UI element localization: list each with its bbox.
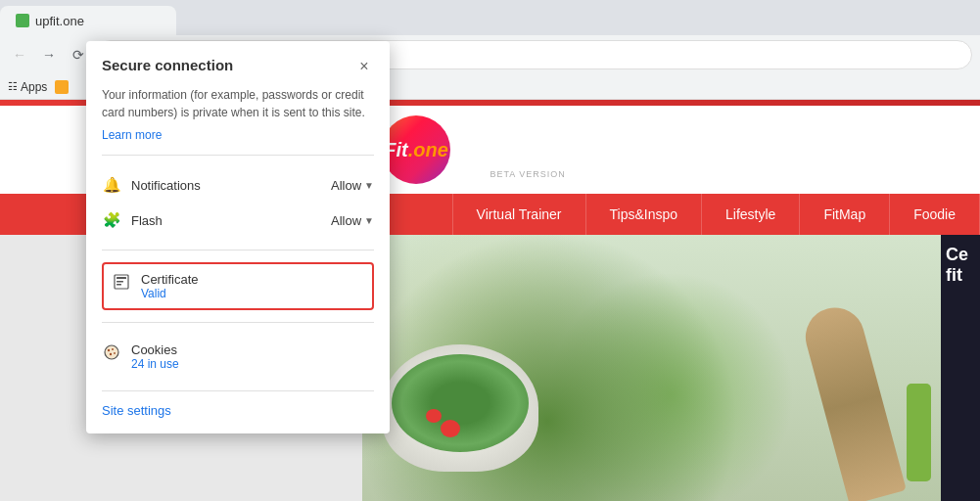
popup-divider-2 [102, 250, 374, 250]
nav-item-foodie[interactable]: Foodie [890, 194, 980, 235]
logo-one: .one [408, 139, 448, 160]
popup-divider-3 [102, 322, 374, 323]
salad-greens [392, 354, 529, 452]
certificate-label: Certificate [141, 272, 364, 287]
beta-text: BETA VERSION [490, 169, 566, 179]
cookies-info: Cookies 24 in use [131, 342, 374, 371]
hero-image: Ce fit [362, 235, 980, 501]
certificate-row[interactable]: Certificate Valid [102, 262, 374, 310]
dumbbell [907, 384, 931, 481]
notifications-dropdown-arrow: ▼ [364, 180, 374, 191]
certificate-status[interactable]: Valid [141, 287, 364, 300]
notifications-icon: 🔔 [102, 175, 121, 195]
site-settings-link[interactable]: Site settings [102, 403, 374, 418]
security-popup: Secure connection × Your information (fo… [86, 41, 390, 433]
svg-rect-1 [117, 277, 126, 279]
flash-row: 🧩 Flash Allow ▼ [102, 203, 374, 238]
apps-label: Apps [21, 80, 47, 94]
certificate-info: Certificate Valid [141, 272, 364, 300]
svg-point-6 [112, 348, 114, 350]
flash-dropdown-arrow: ▼ [364, 215, 374, 226]
flash-icon: 🧩 [102, 210, 121, 230]
popup-header: Secure connection × [102, 57, 374, 76]
apps-grid-icon: ☷ [8, 80, 18, 93]
popup-title: Secure connection [102, 57, 233, 73]
hero-inner [362, 235, 980, 501]
tab-bar: upfit.one [0, 0, 980, 35]
nav-item-virtual-trainer[interactable]: Virtual Trainer [452, 194, 586, 235]
dark-panel: Ce fit [941, 235, 980, 501]
bookmark-favicon[interactable] [55, 80, 69, 94]
svg-point-8 [114, 352, 116, 354]
logo-area: Fit.one BETA VERSION [382, 115, 450, 184]
certificate-icon [112, 272, 131, 292]
notifications-allow-text: Allow [331, 178, 361, 193]
apps-bookmark[interactable]: ☷ Apps [8, 80, 47, 94]
salad-bowl [382, 344, 538, 472]
nav-item-tips-inspo[interactable]: Tips&Inspo [586, 194, 703, 235]
cookies-count[interactable]: 24 in use [131, 357, 374, 371]
notifications-row: 🔔 Notifications Allow ▼ [102, 167, 374, 203]
tomato-2 [426, 409, 442, 423]
svg-rect-2 [117, 281, 123, 283]
logo-circle: Fit.one [382, 115, 450, 184]
notifications-value[interactable]: Allow ▼ [331, 178, 374, 193]
logo-text: Fit.one [384, 139, 448, 161]
nav-item-lifestyle[interactable]: Lifestyle [702, 194, 800, 235]
overlay-text: Ce fit [946, 245, 968, 286]
tab-title: upfit.one [35, 14, 84, 28]
popup-close-button[interactable]: × [354, 57, 374, 76]
popup-divider-4 [102, 390, 374, 391]
popup-description: Your information (for example, passwords… [102, 86, 374, 121]
svg-rect-3 [117, 284, 121, 286]
tomato-1 [441, 420, 460, 437]
notifications-label: Notifications [131, 178, 321, 193]
cookies-icon [102, 342, 121, 362]
forward-button[interactable]: → [37, 43, 61, 67]
nav-item-fitmap[interactable]: FitMap [800, 194, 890, 235]
svg-point-4 [105, 345, 118, 359]
wooden-spoon [799, 301, 907, 501]
flash-allow-text: Allow [331, 213, 361, 228]
flash-label: Flash [131, 213, 321, 228]
popup-divider-1 [102, 155, 374, 156]
active-tab[interactable]: upfit.one [0, 6, 176, 35]
cookies-label: Cookies [131, 342, 374, 357]
svg-point-7 [110, 353, 112, 355]
svg-point-5 [108, 349, 110, 351]
tab-favicon [16, 14, 29, 27]
flash-value[interactable]: Allow ▼ [331, 213, 374, 228]
learn-more-link[interactable]: Learn more [102, 128, 162, 142]
cookies-row: Cookies 24 in use [102, 335, 374, 379]
back-button[interactable]: ← [8, 43, 31, 67]
